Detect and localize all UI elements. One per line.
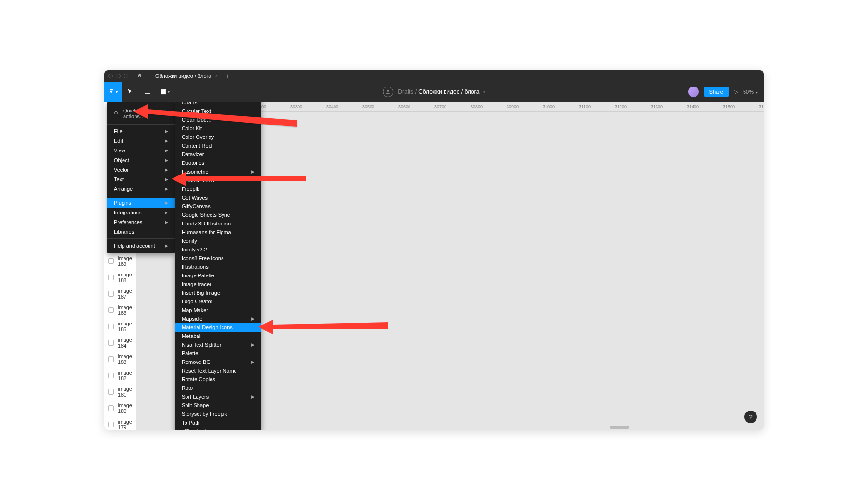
menu-item-preferences[interactable]: Preferences▶ [107,217,175,227]
layer-item[interactable]: image 184 [104,335,136,351]
plugin-item[interactable]: Remove BG▶ [175,358,261,366]
plugin-item[interactable]: Icons8 Free Icons [175,254,261,262]
plugin-item[interactable]: Google Sheets Sync [175,211,261,219]
menu-item-help[interactable]: Help and account ▶ [107,241,175,250]
plugin-item[interactable]: Get Waves [175,193,261,202]
chevron-right-icon: ▶ [251,360,255,364]
chevron-right-icon: ▶ [165,243,168,248]
menu-item-file[interactable]: File▶ [107,126,175,136]
menu-item-edit[interactable]: Edit▶ [107,136,175,146]
plugin-item[interactable]: Image Palette [175,271,261,280]
breadcrumb-parent[interactable]: Drafts [398,88,413,95]
user-icon[interactable] [383,87,393,97]
plugin-item[interactable]: Sort Layers▶ [175,392,261,401]
plugin-item[interactable]: Map Maker [175,306,261,314]
menu-item-integrations[interactable]: Integrations▶ [107,208,175,217]
chevron-right-icon: ▶ [165,129,168,134]
plugin-item[interactable]: Iconly v2.2 [175,245,261,254]
layer-item[interactable]: image 180 [104,400,136,416]
plugin-item[interactable]: Clean Doc…▶ [175,115,261,124]
plugin-item[interactable]: Illustrations [175,262,261,271]
close-window-icon[interactable] [108,74,113,78]
title-bar: Обложки видео / блога × + [104,70,764,82]
layer-item[interactable]: image 187 [104,286,136,302]
quick-actions[interactable]: Quick actions… ⌘/ [107,105,175,122]
menu-item-arrange[interactable]: Arrange▶ [107,184,175,194]
plugin-item[interactable]: Humaaans for Figma [175,228,261,237]
menu-item-object[interactable]: Object▶ [107,155,175,165]
chevron-right-icon: ▶ [165,148,168,153]
document-tab[interactable]: Обложки видео / блога × [151,71,222,81]
plugin-item[interactable]: Easometric▶ [175,167,261,176]
plugin-item[interactable]: Image tracer [175,280,261,288]
figma-menu-button[interactable]: ▾ [104,82,122,102]
shortcut-label: ⌘/ [161,111,168,117]
minimize-window-icon[interactable] [116,74,121,78]
plugin-item[interactable]: Color Kit [175,124,261,133]
chevron-right-icon: ▶ [165,158,168,162]
plugin-item[interactable]: Handz 3D Illustration [175,219,261,228]
layer-item[interactable]: image 179 [104,416,136,430]
menu-item-text[interactable]: Text▶ [107,175,175,184]
search-icon [114,111,119,117]
plugin-item[interactable]: Circular Text [175,107,261,115]
frame-tool[interactable] [139,82,156,102]
shape-tool[interactable]: ▾ [156,82,174,102]
menu-item-plugins[interactable]: Plugins ▶ [107,198,175,208]
layer-item[interactable]: image 188 [104,269,136,286]
plugin-item[interactable]: To Path [175,418,261,427]
breadcrumb-current[interactable]: Обложки видео / блога [418,88,479,95]
plugin-item[interactable]: Rotate Copies [175,375,261,384]
image-icon [108,258,114,264]
plugin-item[interactable]: Material Design Icons [175,323,261,332]
plugin-item[interactable]: Freepik [175,185,261,193]
plugin-item[interactable]: Palette [175,349,261,358]
plugin-item[interactable]: Storyset by Freepik [175,410,261,418]
image-icon [108,340,114,346]
move-tool[interactable] [122,82,139,102]
plugin-item[interactable]: Iconify [175,237,261,245]
layer-item[interactable]: image 185 [104,318,136,335]
plugin-item[interactable]: GiffyCanvas [175,202,261,211]
tab-label: Обложки видео / блога [155,73,211,79]
plugin-item[interactable]: Duotones [175,159,261,167]
maximize-window-icon[interactable] [124,74,128,78]
present-icon[interactable]: ▷ [734,88,738,95]
plugin-item[interactable]: Color Overlay [175,133,261,141]
chevron-right-icon: ▶ [165,210,168,215]
layer-item[interactable]: image 182 [104,367,136,384]
help-button[interactable]: ? [744,411,757,423]
zoom-level[interactable]: 50% ▾ [743,89,758,95]
close-tab-icon[interactable]: × [215,74,218,79]
plugin-item[interactable]: Mapsicle▶ [175,314,261,323]
plugin-item[interactable]: Feather Icons [175,176,261,185]
menu-item-libraries[interactable]: Libraries [107,227,175,237]
plugin-item[interactable]: Split Shape [175,401,261,410]
plugin-item[interactable]: Insert Big Image [175,288,261,297]
home-icon[interactable] [137,73,143,80]
plugin-item[interactable]: Datavizer [175,150,261,159]
add-tab-icon[interactable]: + [225,72,229,80]
plugin-item[interactable]: uiGradients [175,427,261,430]
image-icon [108,405,114,411]
layer-item[interactable]: image 181 [104,384,136,400]
image-icon [108,389,114,395]
plugin-item[interactable]: Logo Creator [175,297,261,306]
plugin-item[interactable]: Metaball [175,332,261,340]
layer-item[interactable]: image 189 [104,253,136,269]
layer-item[interactable]: image 183 [104,351,136,367]
share-button[interactable]: Share [704,87,729,97]
plugin-item[interactable]: Reset Text Layer Name [175,366,261,375]
svg-rect-0 [161,89,165,94]
plugin-item[interactable]: Charts [175,102,261,107]
avatar[interactable] [688,87,699,97]
menu-item-view[interactable]: View▶ [107,146,175,155]
menu-item-vector[interactable]: Vector▶ [107,165,175,175]
layer-item[interactable]: image 186 [104,302,136,318]
plugin-item[interactable]: Nisa Text Splitter▶ [175,340,261,349]
plugin-item[interactable]: Roto [175,384,261,392]
svg-point-2 [114,111,117,114]
svg-point-1 [387,90,389,92]
horizontal-scrollbar[interactable] [610,426,629,429]
plugin-item[interactable]: Content Reel [175,141,261,150]
